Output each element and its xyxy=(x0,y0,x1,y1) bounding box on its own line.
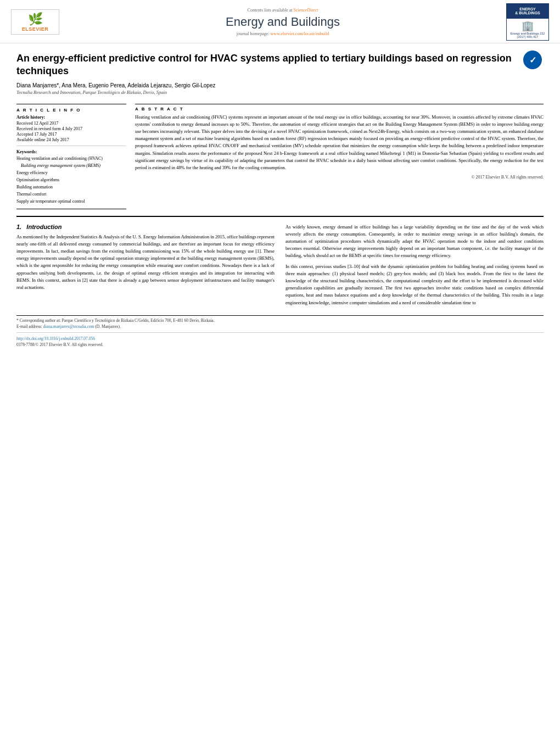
copyright-line: © 2017 Elsevier B.V. All rights reserved… xyxy=(135,175,544,180)
keywords-label: Keywords: xyxy=(16,149,126,154)
email-link[interactable]: diana.manjarres@tecnalia.com xyxy=(43,324,94,329)
accepted-date: Accepted 17 July 2017 xyxy=(16,132,126,137)
doi-bottom: http://dx.doi.org/10.1016/j.enbuild.2017… xyxy=(16,336,544,341)
journal-logo-bottom: 🏢 Energy and Buildings 152 (2017) 409–41… xyxy=(507,19,548,40)
journal-header-center: Contents lists available at ScienceDirec… xyxy=(59,8,506,36)
page: 🌿 ELSEVIER Contents lists available at S… xyxy=(0,0,560,742)
email-line: E-mail address: diana.manjarres@tecnalia… xyxy=(16,324,544,329)
contents-available-text: Contents lists available at xyxy=(248,8,293,13)
authors: Diana Manjarres*, Ana Mera, Eugenio Pere… xyxy=(16,82,516,88)
intro-number: 1. xyxy=(16,224,21,230)
sciencedirect-link[interactable]: ScienceDirect xyxy=(294,8,318,13)
abstract-text: Heating ventilation and air conditioning… xyxy=(135,114,544,171)
issn-bottom: 0378-7788/© 2017 Elsevier B.V. All right… xyxy=(16,342,544,347)
journal-title: Energy and Buildings xyxy=(70,15,495,29)
crossmark-logo: ✓ xyxy=(522,49,544,71)
keyword-7: Supply air temperature optimal control xyxy=(16,198,126,205)
corresponding-note: * Corresponding author at: Parque Cientí… xyxy=(16,318,544,323)
sciencedirect-line: Contents lists available at ScienceDirec… xyxy=(70,8,495,13)
article-info-box: A R T I C L E I N F O Article history: R… xyxy=(16,104,126,209)
logo-energy-text: ENERGY& BUILDINGS xyxy=(515,7,540,15)
abstract-col: A B S T R A C T Heating ventilation and … xyxy=(135,104,544,209)
abstract-label: A B S T R A C T xyxy=(135,107,544,111)
affiliation: Tecnalia Research and Innovation, Parque… xyxy=(16,90,516,95)
article-info-abstract-section: A R T I C L E I N F O Article history: R… xyxy=(16,104,544,209)
received-date: Received 12 April 2017 xyxy=(16,121,126,126)
elsevier-logo: 🌿 ELSEVIER xyxy=(11,9,59,35)
journal-logo: ENERGY& BUILDINGS 🏢 Energy and Buildings… xyxy=(506,3,549,41)
intro-right-p2: In this context, previous studies [3–10]… xyxy=(285,263,544,306)
building-icon: 🏢 xyxy=(522,20,534,32)
homepage-url[interactable]: www.elsevier.com/locate/enbuild xyxy=(271,31,329,36)
homepage-line: journal homepage: www.elsevier.com/locat… xyxy=(70,31,495,36)
elsevier-name: ELSEVIER xyxy=(22,26,49,32)
keyword-1: Heating ventilation and air conditioning… xyxy=(16,155,126,162)
keyword-6: Thermal comfort xyxy=(16,191,126,198)
intro-right-text: As widely known, energy demand in office… xyxy=(285,224,544,306)
intro-left-text: As mentioned by the Independent Statisti… xyxy=(16,233,275,291)
intro-left-col: 1. Introduction As mentioned by the Inde… xyxy=(16,224,275,310)
keyword-5: Building automation xyxy=(16,184,126,191)
intro-left-p1: As mentioned by the Independent Statisti… xyxy=(16,233,275,291)
footnotes: * Corresponding author at: Parque Cientí… xyxy=(16,315,544,347)
crossmark-icon: ✓ xyxy=(523,51,542,69)
keyword-3: Energy efficiency xyxy=(16,170,126,176)
main-content: An energy-efficient predictive control f… xyxy=(0,43,560,354)
homepage-text: journal homepage: xyxy=(237,31,270,36)
header: 🌿 ELSEVIER Contents lists available at S… xyxy=(0,0,560,43)
doi-link[interactable]: http://dx.doi.org/10.1016/j.enbuild.2017… xyxy=(16,336,95,341)
intro-right-p1: As widely known, energy demand in office… xyxy=(285,224,544,260)
journal-logo-title: ENERGY& BUILDINGS xyxy=(507,4,548,19)
revised-date: Received in revised form 4 July 2017 xyxy=(16,126,126,131)
article-info-label: A R T I C L E I N F O xyxy=(16,108,126,113)
introduction-section: 1. Introduction As mentioned by the Inde… xyxy=(16,224,544,310)
abstract-section: A B S T R A C T Heating ventilation and … xyxy=(135,104,544,180)
title-block: An energy-efficient predictive control f… xyxy=(16,49,516,99)
intro-title: Introduction xyxy=(26,224,61,230)
keyword-2: Building energy management system (BEMS) xyxy=(16,163,126,169)
keywords-list: Heating ventilation and air conditioning… xyxy=(16,155,126,205)
section-divider xyxy=(16,216,544,217)
keyword-4: Optimisation algorithms xyxy=(16,177,126,183)
intro-heading: 1. Introduction xyxy=(16,224,275,230)
article-info-col: A R T I C L E I N F O Article history: R… xyxy=(16,104,126,209)
available-date: Available online 24 July 2017 xyxy=(16,137,126,142)
journal-issue-text: Energy and Buildings 152 (2017) 409–417 xyxy=(508,32,547,39)
elsevier-tree-icon: 🌿 xyxy=(28,12,43,26)
article-history-label: Article history: xyxy=(16,115,126,120)
title-row: An energy-efficient predictive control f… xyxy=(16,49,544,99)
intro-right-col: As widely known, energy demand in office… xyxy=(285,224,544,310)
email-label: E-mail address: xyxy=(16,324,42,329)
paper-title: An energy-efficient predictive control f… xyxy=(16,52,516,78)
email-name: (D. Manjarres). xyxy=(95,324,120,329)
